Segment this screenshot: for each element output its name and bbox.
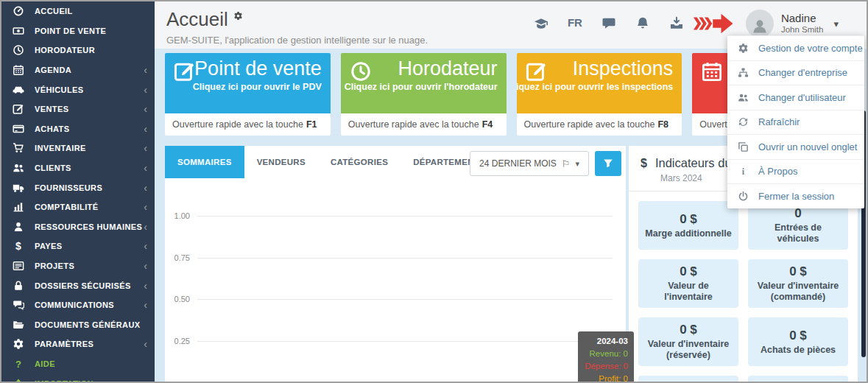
sidebar-item-label: INVENTAIRE	[35, 144, 144, 152]
chevron-left-icon: ‹	[144, 261, 147, 271]
sidebar-item-label: ACHATS	[35, 124, 144, 133]
svg-text:$: $	[15, 240, 21, 252]
user-menu-item[interactable]: Changer d'entreprise	[727, 60, 864, 85]
clock-icon	[13, 44, 24, 56]
quick-card-subtitle: Cliquez ici pour ouvrir le PDV	[193, 82, 322, 92]
chevron-left-icon: ‹	[144, 339, 147, 349]
main-area: Accueil GEM-SUITE, l'application de gest…	[155, 1, 867, 382]
chart-tooltip: 2024-03 Revenu: 0 Dépense: 0 Profit: 0	[578, 331, 634, 383]
quick-card-footer: Ouverture rapide avec la toucheF8	[517, 113, 682, 136]
sidebar-item[interactable]: ACCUEIL ‹	[1, 1, 155, 21]
chevron-left-icon: ‹	[144, 85, 147, 95]
sidebar-item[interactable]: VENTES ‹	[1, 99, 155, 119]
filter-button[interactable]	[595, 151, 621, 176]
user-menu-trigger[interactable]: Nadine John Smith	[781, 12, 824, 35]
question-icon: ?	[13, 358, 24, 370]
user-menu-item[interactable]: Rafraîchir	[727, 110, 864, 135]
indicator-tile: 0 $ Valeur d'inventaire (commandé)	[748, 259, 848, 308]
lock-icon	[13, 280, 24, 292]
sidebar-item-label: RESSOURCES HUMAINES	[35, 222, 144, 231]
folder-open-icon	[13, 319, 24, 331]
calendar-icon	[13, 64, 24, 76]
sidebar-item-label: DOSSIERS SÉCURISÉS	[35, 281, 144, 290]
tooltip-line: Profit: 0	[584, 373, 628, 383]
y-axis-tick: 0.50	[169, 295, 190, 303]
sidebar-item-label: ACCUEIL	[35, 7, 144, 15]
users-icon	[13, 162, 24, 174]
quick-card[interactable]: Horodateur Cliquez ici pour ouvrir l'hor…	[341, 53, 507, 136]
indicator-label: Marge additionnelle	[645, 228, 731, 239]
sidebar-item[interactable]: INVENTAIRE ‹	[1, 138, 155, 158]
sidebar-item[interactable]: CLIENTS ‹	[1, 158, 155, 178]
chevron-left-icon: ‹	[144, 222, 147, 232]
indicator-value: 0 $	[680, 264, 697, 279]
bar-chart-icon	[13, 201, 24, 213]
sidebar-item-label: PAYES	[35, 242, 144, 250]
car-icon	[13, 84, 24, 96]
user-menu-item[interactable]: Changer d'utilisateur	[727, 85, 864, 110]
indicator-tile: 00:00	[638, 376, 738, 382]
avatar[interactable]	[746, 10, 774, 38]
credit-card-icon	[13, 123, 24, 135]
chart-tab[interactable]: CATÉGORIES	[318, 146, 401, 178]
indicator-label: Entrées de véhicules	[754, 222, 842, 245]
sidebar-item[interactable]: FOURNISSEURS ‹	[1, 178, 155, 197]
sidebar-item-label: COMMUNICATIONS	[35, 301, 144, 309]
indicator-tile: 0 $ Marge additionnelle	[638, 201, 738, 250]
gridline	[197, 258, 613, 259]
sidebar-item[interactable]: DOCUMENTS GÉNÉRAUX ‹	[1, 315, 155, 335]
user-menu-item[interactable]: i À Propos	[727, 159, 864, 184]
chevron-left-icon: ‹	[144, 104, 147, 114]
sidebar-item[interactable]: VÉHICULES ‹	[1, 80, 155, 99]
caret-down-icon[interactable]: ▾	[833, 18, 839, 29]
notifications-icon[interactable]	[635, 16, 650, 31]
red-arrows-icon[interactable]	[693, 11, 738, 36]
sidebar-item[interactable]: AGENDA ‹	[1, 60, 155, 80]
sidebar-item[interactable]: RESSOURCES HUMAINES ‹	[1, 217, 155, 237]
sidebar-item[interactable]: ACHATS ‹	[1, 119, 155, 139]
chart-tab[interactable]: VENDEURS	[244, 146, 318, 178]
user-menu-item[interactable]: Ouvrir un nouvel onglet	[727, 134, 864, 159]
sidebar-item[interactable]: $ PAYES ‹	[1, 236, 155, 256]
chevron-left-icon: ‹	[144, 124, 147, 134]
header-icons: FR	[515, 11, 740, 36]
indicator-tiles: 0 $ Marge additionnelle 0 Entrées de véh…	[629, 192, 858, 382]
sidebar-item[interactable]: COMPTABILITÉ ‹	[1, 197, 155, 217]
users-icon	[738, 92, 749, 103]
indicator-label: Valeur de l'inventaire	[644, 281, 733, 303]
page-settings-icon[interactable]	[233, 11, 243, 21]
quick-card-subtitle: Cliquez ici pour ouvrir l'horodateur	[345, 82, 498, 92]
indicator-tile: 0 $	[748, 376, 848, 382]
chevron-left-icon: ‹	[144, 281, 147, 291]
quick-card[interactable]: Point de vente Cliquez ici pour ouvrir l…	[165, 53, 331, 136]
gridline	[197, 216, 613, 217]
sidebar-item[interactable]: HORODATEUR ‹	[1, 41, 155, 60]
user-menu-item[interactable]: Gestion de votre compte	[727, 35, 864, 60]
dollar-icon: $	[13, 240, 24, 252]
graduation-cap-icon[interactable]	[534, 16, 548, 31]
chat-icon[interactable]	[601, 16, 616, 31]
sidebar-item-label: AIDE	[35, 359, 144, 368]
sidebar-item[interactable]: ? AIDE ‹	[1, 354, 155, 374]
comments-icon	[13, 299, 24, 311]
user-subname: John Smith	[781, 25, 824, 35]
sidebar-item[interactable]: DOSSIERS SÉCURISÉS ‹	[1, 275, 155, 295]
caret-down-icon: ▾	[575, 159, 579, 169]
sidebar-item[interactable]: PARAMÈTRES ‹	[1, 334, 155, 354]
sidebar-item[interactable]: IMPORTATION ‹	[1, 373, 155, 383]
sidebar-item[interactable]: PROJETS ‹	[1, 256, 155, 276]
sidebar: ACCUEIL ‹ POINT DE VENTE ‹ HORODATEUR ‹ …	[1, 1, 155, 382]
sitemap-icon	[738, 67, 749, 78]
download-icon[interactable]	[669, 16, 684, 31]
sidebar-item[interactable]: POINT DE VENTE ‹	[1, 21, 155, 41]
y-axis-tick: 0.75	[169, 253, 190, 262]
user-menu-item[interactable]: Fermer la session	[727, 183, 864, 208]
language-label[interactable]: FR	[568, 16, 582, 31]
quick-card[interactable]: Inspections Cliquez ici pour ouvrir les …	[517, 53, 682, 136]
user-icon	[13, 221, 24, 233]
sidebar-item[interactable]: COMMUNICATIONS ‹	[1, 295, 155, 315]
chevron-left-icon: ‹	[144, 241, 147, 251]
indicator-value: 0 $	[789, 328, 807, 343]
chart-tab[interactable]: SOMMAIRES	[165, 146, 244, 178]
period-selector[interactable]: 24 DERNIER MOIS ⚐ ▾	[470, 151, 589, 176]
